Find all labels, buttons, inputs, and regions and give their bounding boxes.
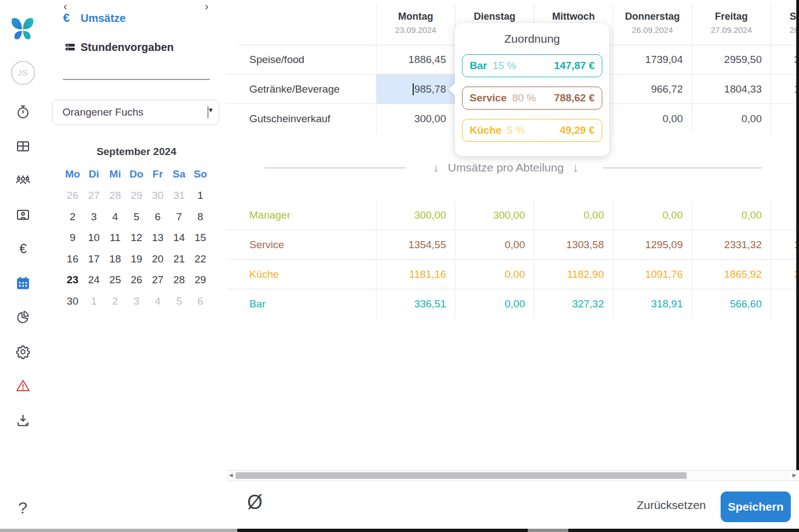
revenue-cell[interactable] (771, 104, 799, 134)
calendar-day[interactable]: 19 (126, 249, 147, 270)
calendar-weekday: Di (83, 166, 105, 182)
revenue-cell[interactable]: 3 (771, 45, 799, 75)
calendar-day[interactable]: 6 (190, 291, 211, 312)
calendar-day[interactable]: 28 (168, 270, 190, 291)
department-cell (771, 289, 799, 319)
day-name: Montag (376, 11, 455, 22)
calendar-day[interactable]: 10 (83, 227, 105, 249)
calendar-day[interactable]: 5 (126, 207, 147, 228)
calendar-day[interactable]: 11 (105, 227, 126, 249)
calendar-day[interactable]: 25 (105, 270, 126, 291)
calendar-next-button[interactable]: › (199, 0, 214, 15)
calendar-day[interactable]: 3 (83, 207, 105, 228)
department-cell: 0,00 (455, 289, 534, 319)
sidebar-gear-icon[interactable] (14, 342, 32, 361)
divider-line (265, 168, 406, 168)
butterfly-logo[interactable] (8, 14, 37, 45)
calendar-day[interactable]: 30 (147, 185, 168, 207)
average-button[interactable]: Ø (247, 491, 262, 514)
sidebar-warning-icon[interactable] (14, 376, 32, 395)
calendar-day[interactable]: 28 (105, 185, 126, 207)
calendar-day[interactable]: 4 (105, 207, 126, 228)
revenue-cell[interactable]: 0,00 (613, 104, 692, 134)
calendar-day[interactable]: 3 (126, 291, 147, 312)
day-name: Donnerstag (613, 11, 692, 22)
divider-line (603, 168, 762, 168)
user-avatar[interactable]: JS (11, 61, 35, 85)
scroll-left-arrow[interactable]: ◄ (228, 472, 234, 478)
sidebar-table-icon[interactable] (14, 137, 32, 156)
stacked-bars-icon (63, 41, 78, 54)
horizontal-scrollbar[interactable]: ◄ ► (226, 470, 799, 481)
calendar-day[interactable]: 1 (190, 185, 211, 207)
revenue-cell[interactable]: 1 (771, 75, 799, 104)
calendar-day[interactable]: 30 (62, 291, 83, 312)
sidebar-download-icon[interactable] (14, 411, 32, 430)
sidebar-team-icon[interactable] (14, 171, 32, 190)
revenue-cell[interactable]: 1804,33 (692, 75, 771, 104)
calendar-day[interactable]: 8 (190, 207, 211, 228)
calendar-day[interactable]: 18 (105, 249, 126, 270)
calendar-day[interactable]: 2 (62, 207, 83, 228)
calendar-day[interactable]: 24 (83, 270, 105, 291)
svg-text:€: € (19, 241, 26, 256)
calendar-day[interactable]: 26 (126, 270, 147, 291)
calendar-day[interactable]: 1 (83, 291, 105, 312)
calendar-day[interactable]: 29 (126, 185, 147, 207)
calendar-day[interactable]: 27 (83, 185, 105, 207)
calendar-day[interactable]: 7 (168, 207, 190, 228)
calendar-prev-button[interactable]: ‹ (58, 0, 73, 15)
sidebar-calendar-icon[interactable] (14, 274, 32, 293)
calendar-weekday: Do (126, 166, 147, 182)
sidebar-contact-card-icon[interactable] (14, 205, 32, 224)
revenue-cell[interactable]: 1886,45 (376, 45, 455, 75)
calendar-day[interactable]: 13 (147, 227, 168, 249)
nav-item-stundenvorgaben[interactable]: Stundenvorgaben (63, 41, 174, 54)
scrollbar-thumb[interactable] (236, 472, 687, 479)
reset-button[interactable]: Zurücksetzen (637, 499, 706, 512)
calendar-day[interactable]: 27 (147, 270, 168, 291)
calendar-day[interactable]: 6 (147, 207, 168, 228)
calendar-day[interactable]: 23 (62, 270, 83, 291)
department-cell: 2 (771, 260, 799, 289)
calendar-day[interactable]: 12 (126, 227, 147, 249)
calendar-day[interactable]: 26 (62, 185, 83, 207)
calendar-day[interactable]: 20 (147, 249, 168, 270)
revenue-cell[interactable]: 0,00 (692, 104, 771, 134)
zuordnung-percent: 80 % (512, 92, 536, 104)
zuordnung-item-service[interactable]: Service80 %788,62 € (462, 87, 602, 110)
revenue-cell[interactable]: 2959,50 (692, 45, 771, 75)
calendar-day[interactable]: 14 (168, 227, 190, 249)
calendar-day[interactable]: 17 (83, 249, 105, 270)
revenue-cell-selected[interactable]: 985,78 (376, 75, 455, 104)
revenue-cell[interactable]: 1739,04 (613, 45, 692, 75)
calendar-day[interactable]: 16 (62, 249, 83, 270)
sidebar-euro-icon[interactable]: € (14, 239, 32, 258)
location-select[interactable]: Orangener Fuchs ▼ (52, 100, 219, 125)
calendar-day[interactable]: 21 (168, 249, 190, 270)
calendar-day[interactable]: 9 (62, 227, 83, 249)
bottom-edge-dark (237, 529, 528, 532)
department-cell: 566,60 (692, 289, 771, 319)
category-label: Speise/food (226, 45, 376, 75)
help-button[interactable]: ? (0, 499, 45, 517)
sidebar-pie-chart-icon[interactable] (14, 308, 32, 327)
calendar-day[interactable]: 4 (147, 291, 168, 312)
calendar-day[interactable]: 5 (168, 291, 190, 312)
calendar-day[interactable]: 29 (190, 270, 211, 291)
revenue-cell[interactable]: 300,00 (376, 104, 455, 134)
day-name: Mittwoch (534, 11, 613, 22)
save-button[interactable]: Speichern (721, 491, 791, 522)
zuordnung-item-küche[interactable]: Küche5 %49,29 € (462, 119, 602, 142)
calendar-day[interactable]: 15 (190, 227, 211, 249)
section-divider-label: Umsätze pro Abteilung (448, 161, 563, 174)
sidebar-stopwatch-icon[interactable] (14, 102, 32, 121)
calendar-day[interactable]: 31 (168, 185, 190, 207)
nav-item-label: Stundenvorgaben (81, 41, 174, 54)
calendar-day[interactable]: 2 (105, 291, 126, 312)
screen-edge-strip (796, 0, 799, 470)
scroll-right-arrow[interactable]: ► (791, 472, 797, 478)
zuordnung-item-bar[interactable]: Bar15 %147,87 € (462, 54, 602, 77)
calendar-day[interactable]: 22 (190, 249, 211, 270)
revenue-cell[interactable]: 966,72 (613, 75, 692, 104)
